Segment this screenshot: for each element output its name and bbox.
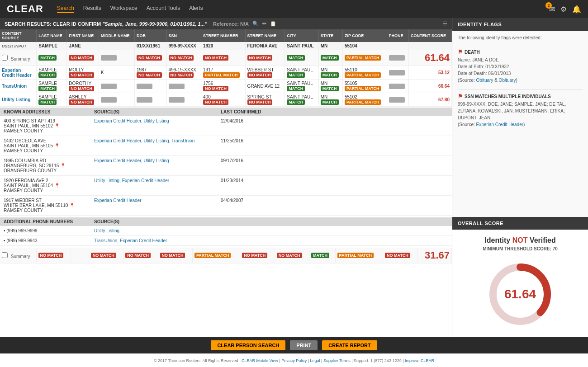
clear-person-search-button[interactable]: CLEAR PERSON SEARCH (211, 340, 285, 350)
identity-flags-intro: The following identity flags were detect… (458, 35, 583, 40)
addr-sources-header: SOURCE(S) (90, 108, 217, 116)
footer-legal-link[interactable]: Legal (310, 358, 320, 363)
bottom-summary-table: Summary NO MATCH NO MATCH NO MATCH NO MA… (0, 248, 452, 263)
footer-supplier-link[interactable]: Supplier Terms (323, 358, 351, 363)
exp-state: MNMATCH (318, 66, 342, 80)
user-input-last-name: SAMPLE (37, 42, 67, 50)
flag-ssn-source[interactable]: Experian Credit Header (476, 122, 524, 127)
edit-icon[interactable]: ✏ (262, 21, 266, 27)
footer-improve-link[interactable]: Improve CLEAR (405, 358, 434, 363)
addr-2-confirmed: 11/25/2016 (217, 136, 452, 156)
ul-middle (99, 93, 134, 107)
nav-results[interactable]: Results (83, 5, 101, 13)
summary-street-name: NO MATCH (245, 50, 285, 66)
exp-street-name: WEBBER STNO MATCH (245, 66, 285, 80)
bell-icon[interactable]: 🔔 (572, 5, 581, 14)
exp-street-num: 1917PARTIAL MATCH (201, 66, 246, 80)
nav-search[interactable]: Search (57, 5, 74, 13)
threshold-text: MINIMUM THRESHOLD SCORE: 70 (459, 246, 581, 251)
phone-sources-header: SOURCE(S) (90, 217, 452, 226)
user-input-ssn: 999-99-XXXX (166, 42, 201, 50)
ul-zip: 55102PARTIAL MATCH (342, 93, 387, 107)
summary-phone (387, 50, 409, 66)
tu-state: MNMATCH (318, 80, 342, 93)
summary-ssn: NO MATCH (166, 50, 201, 66)
divider-2 (458, 89, 583, 89)
results-title-text: SEARCH RESULTS: CLEAR ID CONFIRM "Sample… (5, 21, 207, 27)
source-row-utility: Utility Listing SAMPLEMATCH ASHLEYNO MAT… (0, 93, 452, 107)
nav-account-tools[interactable]: Account Tools (147, 5, 180, 13)
phone-row-2: • (999) 999-9943 TransUnion, Experian Cr… (0, 236, 452, 246)
donut-score-value: 61.64 (504, 287, 536, 301)
print-button[interactable]: PRINT (290, 340, 318, 350)
bs-11: NO MATCH (383, 248, 417, 263)
phone-1-sources: Utility Listing (90, 226, 452, 236)
summary-checkbox[interactable] (2, 55, 8, 61)
notification-badge: 2 (545, 2, 552, 9)
user-input-zip: 55104 (342, 42, 387, 50)
phone-1: • (999) 999-9999 (0, 226, 90, 236)
col-first-name: FIRST NAME (67, 29, 99, 42)
main-layout: SEARCH RESULTS: CLEAR ID CONFIRM "Sample… (0, 18, 588, 337)
overall-score-section: OVERALL SCORE Identity NOT Verified MINI… (452, 217, 588, 337)
create-report-button[interactable]: CREATE REPORT (322, 340, 377, 350)
footer-privacy-link[interactable]: Privacy Policy (281, 358, 307, 363)
phone-2-sources: TransUnion, Experian Credit Header (90, 236, 452, 246)
flag-death-source-2[interactable]: Obituary (499, 78, 516, 83)
addr-row-2: 1432 OSCEOLA AVESAINT PAUL, MN 55105 📍RA… (0, 136, 452, 156)
col-last-name: LAST NAME (37, 29, 67, 42)
phone-header: ADDITIONAL PHONE NUMBERS (0, 217, 90, 226)
tu-city: SAINT PAULMATCH (285, 80, 318, 93)
flag-death: ⚑ DEATH Name: JANE A DOE Date of Birth: … (458, 49, 583, 84)
bs-5: NO MATCH (158, 248, 192, 263)
flag-death-source-1[interactable]: Obituary (476, 78, 493, 83)
summary-middle (99, 50, 134, 66)
header-menu-icon[interactable]: ☰ (443, 21, 447, 27)
notifications-icon[interactable]: ✉ 2 (549, 5, 555, 14)
copy-icon[interactable]: 📋 (270, 21, 276, 27)
summary-zip: PARTIAL MATCH (342, 50, 387, 66)
summary-score: 61.64 (409, 50, 452, 66)
exp-zip: 55110PARTIAL MATCH (342, 66, 387, 80)
nav-workspace[interactable]: Workspace (110, 5, 138, 13)
addr-row-5: 1917 WEBBER STWHITE BEAR LAKE, MN 55110 … (0, 196, 452, 216)
addr-row-1: 400 SPRING ST APT 419SAINT PAUL, MN 5510… (0, 116, 452, 136)
bottom-summary-score: 31.67 (417, 248, 452, 263)
tu-middle (99, 80, 134, 93)
addr-4: 1920 FERONIA AVE 2SAINT PAUL, MN 55104 📍… (0, 176, 90, 196)
user-input-label: USER INPUT (0, 42, 37, 50)
search-icon[interactable]: 🔍 (252, 21, 259, 27)
addr-3: 1895 COLUMBIA RDORANGEBURG, SC 29115 📍OR… (0, 156, 90, 176)
phone-2: • (999) 999-9943 (0, 236, 90, 246)
overall-score-content: Identity NOT Verified MINIMUM THRESHOLD … (452, 230, 588, 337)
tu-ssn (166, 80, 201, 93)
col-zip-code: ZIP CODE (342, 29, 387, 42)
settings-icon[interactable]: ⚙ (560, 5, 567, 14)
nav-alerts[interactable]: Alerts (189, 5, 203, 13)
footer: © 2017 Thomson Reuters All Rights Reserv… (0, 353, 588, 367)
col-ssn: SSN (166, 29, 201, 42)
addr-header: KNOWN ADDRESSES (0, 108, 90, 116)
user-input-city: SAINT PAUL (285, 42, 318, 50)
ul-state: MNMATCH (318, 93, 342, 107)
results-title: SEARCH RESULTS: CLEAR ID CONFIRM "Sample… (5, 21, 249, 27)
user-input-dob: 01/XX/1961 (134, 42, 166, 50)
bs-7: NO MATCH (240, 248, 275, 263)
main-data-table: CONTENTSOURCE LAST NAME FIRST NAME MIDDL… (0, 29, 452, 107)
addr-row-4: 1920 FERONIA AVE 2SAINT PAUL, MN 55104 📍… (0, 176, 452, 196)
ul-ssn (166, 93, 201, 107)
exp-city: SAINT PAULMATCH (285, 66, 318, 80)
bottom-summary-checkbox[interactable] (2, 252, 8, 258)
bs-10: PARTIAL MATCH (335, 248, 383, 263)
header-left: CLEAR Search Results Workspace Account T… (7, 3, 203, 15)
logo: CLEAR (7, 3, 43, 15)
footer-mobile-link[interactable]: CLEAR Mobile View (242, 358, 278, 363)
results-header: SEARCH RESULTS: CLEAR ID CONFIRM "Sample… (0, 18, 452, 29)
identity-flags-header: IDENTITY FLAGS (452, 18, 588, 31)
phone-table: ADDITIONAL PHONE NUMBERS SOURCE(S) • (99… (0, 217, 452, 246)
flag-ssn: ⚑ SSN MATCHES MULTIPLE INDIVIDUALS 999-9… (458, 93, 583, 128)
footer-text: © 2017 Thomson Reuters All Rights Reserv… (154, 358, 434, 363)
tu-zip: 55105PARTIAL MATCH (342, 80, 387, 93)
source-name-transunion: TransUnion (0, 80, 37, 93)
col-content-source: CONTENTSOURCE (0, 29, 37, 42)
